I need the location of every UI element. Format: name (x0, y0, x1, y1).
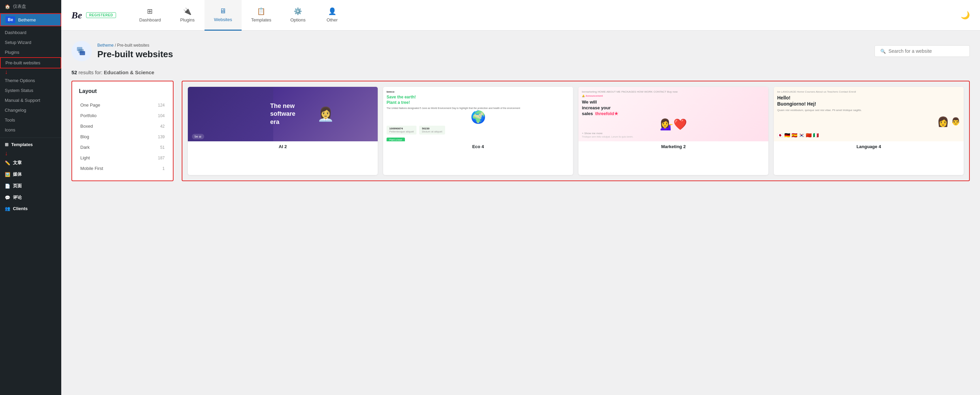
sidebar-item-label: Icons (5, 127, 15, 132)
tab-label: Websites (214, 17, 232, 22)
sidebar-item-plugins[interactable]: Plugins (0, 47, 61, 57)
templates-grid: The newsoftwareera 👩‍💼 be ai AI 2 (182, 81, 970, 181)
sidebar-item-icons[interactable]: Icons (0, 125, 61, 135)
results-header: 52 results for: Education & Science (72, 70, 970, 75)
sidebar-group-label: Templates (11, 142, 33, 147)
lang4-nav: be LANGUAGE Home Courses About us Teache… (777, 90, 960, 93)
filter-item-dark[interactable]: Dark 51 (79, 142, 166, 153)
page-title: Pre-built websites (97, 49, 173, 60)
sidebar-item-system-status[interactable]: System Status (0, 86, 61, 96)
tab-other[interactable]: 👤 Other (315, 0, 349, 31)
mkt2-headline: We willincrease yoursales threefold★ (582, 99, 765, 117)
arrow-templates: ↓ (0, 150, 61, 157)
filter-label: Mobile First (80, 166, 103, 171)
eco4-desc: The United Nations designated 5 June as … (387, 107, 570, 110)
eco4-stat1: 100990874 Pellentesque aliquet (387, 126, 417, 134)
be-brand-logo: Be (72, 10, 82, 21)
breadcrumb-link[interactable]: Betheme (97, 43, 114, 48)
sidebar-item-dashboard[interactable]: Dashboard (0, 27, 61, 37)
sidebar-group-posts[interactable]: ✏️ 文章 (0, 157, 61, 169)
sidebar-group-label: Clients (13, 206, 27, 211)
clients-icon: 👥 (5, 206, 10, 211)
template-card-ai2[interactable]: The newsoftwareera 👩‍💼 be ai AI 2 (188, 87, 378, 175)
search-input[interactable] (888, 48, 964, 54)
results-count: 52 (72, 70, 77, 75)
sidebar-group-pages[interactable]: 📄 页面 (0, 180, 61, 192)
search-bar[interactable]: 🔍 (875, 45, 970, 57)
sidebar-item-label: Changelog (5, 108, 26, 113)
mkt2-nav: bemarketing HOME ABOUT ME PACKAGES HOW W… (582, 90, 765, 93)
filter-item-mobile-first[interactable]: Mobile First 1 (79, 163, 166, 174)
template-thumb-eco4: beeco Save the earth!Plant a tree! The U… (383, 87, 573, 141)
dashboard-icon: 🏠 (5, 4, 10, 9)
filter-label: Boxed (80, 124, 93, 129)
sidebar-group-media[interactable]: 🖼️ 媒体 (0, 169, 61, 180)
sidebar-item-label: Theme Options (5, 78, 35, 83)
media-icon: 🖼️ (5, 172, 10, 177)
filter-label: Light (80, 155, 90, 160)
filter-count: 42 (160, 124, 165, 129)
template-name-language4: Language 4 (774, 141, 964, 152)
other-tab-icon: 👤 (328, 7, 337, 15)
tab-label: Other (327, 18, 338, 22)
sidebar-item-changelog[interactable]: Changelog (0, 105, 61, 115)
dashboard-tab-icon: ⊞ (147, 7, 153, 15)
eco4-stat2: 50230 Dictum at aliquet (419, 126, 445, 134)
filter-count: 124 (158, 103, 165, 108)
sidebar-group-label: 媒体 (13, 171, 22, 177)
filter-count: 187 (158, 156, 165, 160)
sidebar-group-label: 页面 (13, 183, 22, 189)
sidebar-item-betheme[interactable]: Be Betheme (0, 13, 61, 26)
tab-templates[interactable]: 📋 Templates (242, 0, 281, 31)
sidebar-item-tools[interactable]: Tools (0, 115, 61, 125)
tab-label: Options (290, 18, 305, 22)
template-card-marketing2[interactable]: bemarketing HOME ABOUT ME PACKAGES HOW W… (579, 87, 768, 175)
tab-label: Templates (251, 18, 271, 22)
comments-icon: 💬 (5, 195, 10, 200)
filter-count: 104 (158, 113, 165, 118)
filter-item-blog[interactable]: Blog 139 (79, 131, 166, 142)
tab-dashboard[interactable]: ⊞ Dashboard (130, 0, 170, 31)
sidebar-item-pre-built[interactable]: Pre-built websites (0, 57, 61, 68)
sidebar-item-label: Manual & Support (5, 98, 40, 103)
template-name-marketing2: Marketing 2 (579, 141, 768, 152)
dashboard-header[interactable]: 🏠 仪表盘 (0, 0, 61, 13)
filter-item-boxed[interactable]: Boxed 42 (79, 121, 166, 131)
tab-label: Dashboard (139, 18, 161, 22)
sidebar-item-theme-options[interactable]: Theme Options (0, 76, 61, 86)
template-card-eco4[interactable]: beeco Save the earth!Plant a tree! The U… (383, 87, 573, 175)
sidebar-group-comments[interactable]: 💬 评论 (0, 192, 61, 203)
betheme-label: Betheme (18, 18, 36, 22)
posts-icon: ✏️ (5, 160, 10, 166)
pages-icon: 📄 (5, 183, 10, 189)
sidebar-group-templates[interactable]: ⊞ Templates (0, 139, 61, 150)
filter-label: Blog (80, 134, 89, 139)
plugins-tab-icon: 🔌 (183, 7, 192, 15)
sidebar-item-manual-support[interactable]: Manual & Support (0, 96, 61, 105)
page-icon (72, 41, 92, 61)
tab-options[interactable]: ⚙️ Options (281, 0, 315, 31)
sidebar-item-setup-wizard[interactable]: Setup Wizard (0, 37, 61, 47)
top-navigation: Be REGISTERED ⊞ Dashboard 🔌 Plugins 🖥 We… (61, 0, 980, 31)
page-header: Betheme / Pre-built websites Pre-built w… (72, 41, 970, 61)
sidebar-group-clients[interactable]: 👥 Clients (0, 203, 61, 214)
template-name-ai2: AI 2 (188, 141, 378, 152)
tab-plugins[interactable]: 🔌 Plugins (170, 0, 205, 31)
template-card-language4[interactable]: be LANGUAGE Home Courses About us Teache… (774, 87, 964, 175)
dark-mode-button[interactable]: 🌙 (961, 11, 970, 20)
template-thumb-language4: be LANGUAGE Home Courses About us Teache… (774, 87, 964, 141)
filter-count: 51 (160, 145, 165, 150)
eco4-button: Plant a tree! (387, 137, 570, 141)
results-filter: Education & Science (104, 70, 154, 75)
brand-logo: Be REGISTERED (72, 10, 116, 21)
sidebar-group-label: 评论 (13, 194, 22, 201)
filter-item-light[interactable]: Light 187 (79, 153, 166, 163)
content-row: Layout One Page 124 Portfolio 104 Boxed … (72, 81, 970, 181)
breadcrumb: Betheme / Pre-built websites (97, 43, 173, 48)
filter-item-portfolio[interactable]: Portfolio 104 (79, 110, 166, 121)
tab-websites[interactable]: 🖥 Websites (205, 0, 242, 31)
sidebar: 🏠 仪表盘 Be Betheme Dashboard Setup Wizard … (0, 0, 61, 395)
filter-item-one-page[interactable]: One Page 124 (79, 100, 166, 110)
main-content: Be REGISTERED ⊞ Dashboard 🔌 Plugins 🖥 We… (61, 0, 980, 395)
eco4-illustration: 🌍 (387, 110, 570, 124)
